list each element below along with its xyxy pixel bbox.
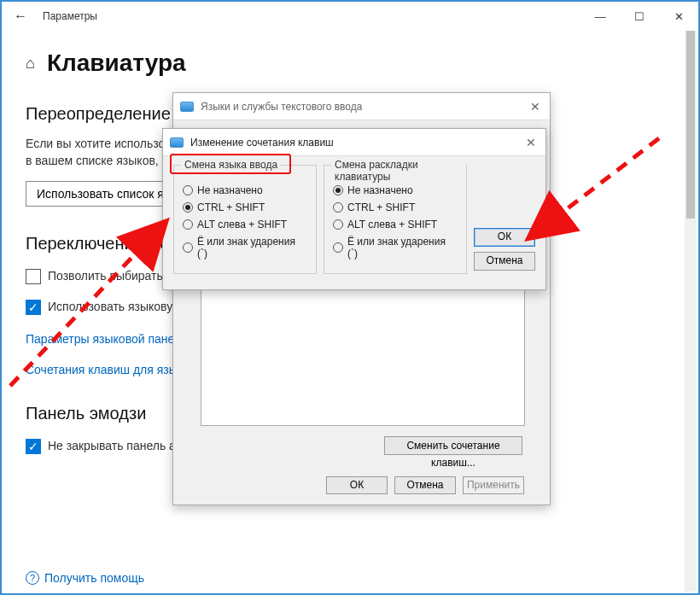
- change-key-sequence-dialog: Изменение сочетания клавиш ✕ Смена языка…: [162, 128, 546, 290]
- lang-tilde-radio[interactable]: [183, 242, 193, 253]
- change-key-close-button[interactable]: ✕: [518, 131, 544, 154]
- change-key-titlebar[interactable]: Изменение сочетания клавиш ✕: [163, 129, 545, 156]
- use-language-bar-checkbox[interactable]: ✓: [26, 300, 41, 315]
- settings-window: ← Параметры — ☐ ✕ ⌂ Клавиатура Переопред…: [0, 0, 700, 595]
- lang-tilde-label: Ё или знак ударения (`): [197, 236, 307, 260]
- lang-ctrlshift-radio[interactable]: [183, 202, 193, 213]
- lang-altshift-radio[interactable]: [183, 219, 193, 230]
- titlebar: ← Параметры — ☐ ✕: [2, 2, 698, 31]
- change-key-cancel-button[interactable]: Отмена: [474, 252, 535, 271]
- lang-none-label: Не назначено: [197, 184, 263, 196]
- layout-tilde-radio[interactable]: [333, 242, 343, 253]
- text-services-apply-button[interactable]: Применить: [463, 476, 524, 494]
- page-title: Клавиатура: [47, 50, 186, 77]
- change-key-ok-button[interactable]: ОК: [474, 228, 535, 247]
- keyboard-layout-legend: Смена раскладки клавиатуры: [331, 159, 466, 183]
- minimize-button[interactable]: —: [580, 3, 620, 29]
- layout-altshift-radio[interactable]: [333, 219, 343, 230]
- emoji-autoclose-checkbox[interactable]: ✓: [26, 439, 41, 454]
- text-services-title: Языки и службы текстового ввода: [201, 101, 362, 113]
- help-link[interactable]: ? Получить помощь: [26, 571, 144, 585]
- maximize-button[interactable]: ☐: [620, 3, 659, 29]
- lang-ctrlshift-label: CTRL + SHIFT: [197, 201, 265, 213]
- layout-ctrlshift-label: CTRL + SHIFT: [347, 201, 415, 213]
- layout-ctrlshift-radio[interactable]: [333, 202, 343, 213]
- layout-tilde-label: Ё или знак ударения (`): [347, 236, 458, 260]
- change-key-title: Изменение сочетания клавиш: [190, 137, 334, 149]
- text-services-close-button[interactable]: ✕: [522, 96, 548, 118]
- lang-none-radio[interactable]: [183, 185, 193, 195]
- layout-none-radio[interactable]: [333, 185, 343, 195]
- keyboard-layout-group: Смена раскладки клавиатуры Не назначено …: [324, 165, 467, 274]
- keyboard-icon: [180, 102, 194, 112]
- help-text: Получить помощь: [44, 571, 144, 585]
- back-button[interactable]: ←: [7, 9, 34, 24]
- change-key-sequence-button[interactable]: Сменить сочетание клавиш...: [384, 436, 522, 455]
- input-language-group: Смена языка ввода Не назначено CTRL + SH…: [173, 165, 317, 274]
- allow-per-app-checkbox[interactable]: [26, 269, 41, 284]
- window-title: Параметры: [43, 10, 97, 22]
- home-icon[interactable]: ⌂: [26, 55, 35, 73]
- text-services-ok-button[interactable]: ОК: [326, 476, 388, 494]
- text-services-cancel-button[interactable]: Отмена: [394, 476, 456, 494]
- lang-altshift-label: ALT слева + SHIFT: [197, 219, 287, 230]
- layout-altshift-label: ALT слева + SHIFT: [347, 219, 437, 230]
- layout-none-label: Не назначено: [347, 184, 413, 196]
- text-services-titlebar[interactable]: Языки и службы текстового ввода ✕: [173, 93, 550, 120]
- annotation-highlight-box: [170, 154, 291, 174]
- close-button[interactable]: ✕: [659, 3, 698, 29]
- help-icon: ?: [26, 571, 39, 585]
- keyboard-icon: [170, 137, 184, 148]
